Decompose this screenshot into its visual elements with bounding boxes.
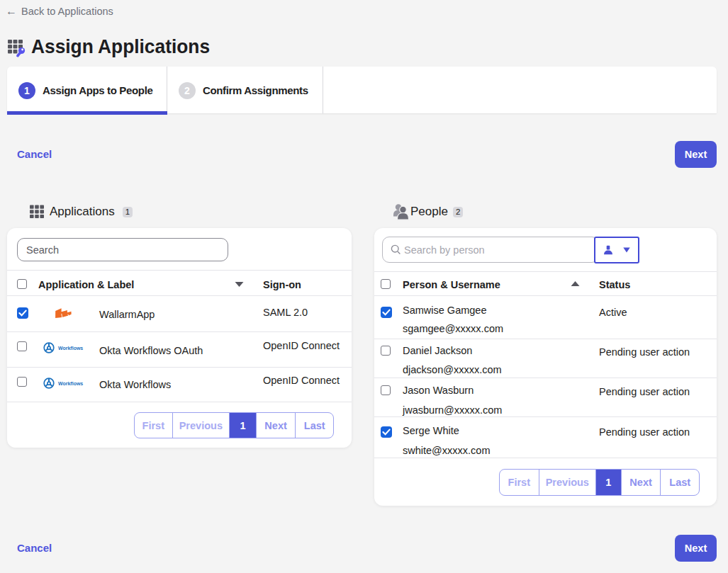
svg-text:Workflows: Workflows (58, 381, 83, 386)
svg-text:Workflows: Workflows (58, 346, 83, 351)
